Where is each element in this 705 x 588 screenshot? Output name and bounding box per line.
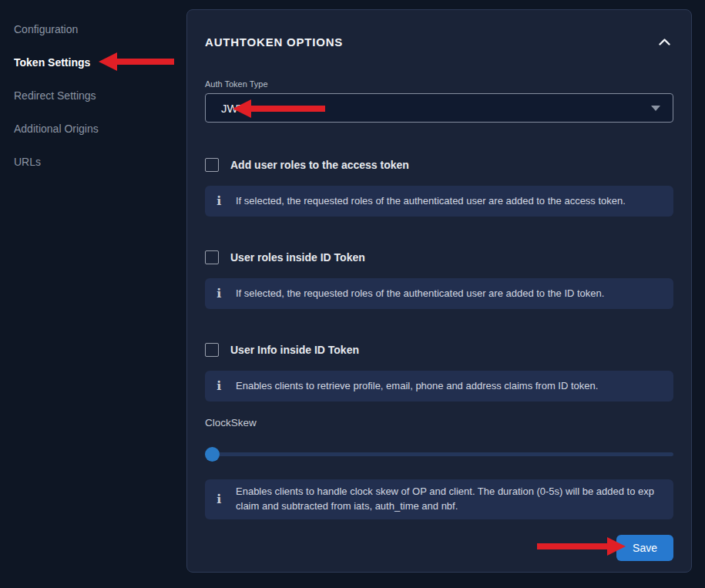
user-info-id-token-checkbox[interactable] (205, 343, 219, 357)
clockskew-slider[interactable] (205, 447, 673, 461)
clockskew-section: ClockSkew ℹ Enables clients to handle cl… (205, 417, 673, 519)
authtoken-options-panel: AUTHTOKEN OPTIONS Auth Token Type JWT Ad… (186, 9, 692, 573)
info-box: ℹ Enables clients to handle clock skew o… (205, 479, 673, 519)
sidebar-item-configuration[interactable]: Configuration (14, 23, 173, 35)
clockskew-label: ClockSkew (205, 417, 673, 428)
auth-token-type-select[interactable]: JWT (205, 93, 673, 123)
info-box: ℹ Enables clients to retrieve profile, e… (205, 371, 673, 402)
info-text: If selected, the requested roles of the … (236, 194, 626, 209)
auth-token-type-value: JWT (221, 102, 245, 115)
checkbox-label: User Info inside ID Token (230, 344, 359, 356)
chevron-up-icon (659, 36, 670, 48)
caret-down-icon (651, 106, 660, 111)
panel-header: AUTHTOKEN OPTIONS (205, 35, 673, 49)
info-box: ℹ If selected, the requested roles of th… (205, 186, 673, 217)
sidebar-item-urls[interactable]: URLs (14, 156, 173, 168)
checkbox-row: User Info inside ID Token (205, 343, 673, 357)
info-icon: ℹ (213, 380, 225, 392)
info-box: ℹ If selected, the requested roles of th… (205, 278, 673, 309)
checkbox-label: Add user roles to the access token (230, 159, 409, 171)
info-icon: ℹ (213, 195, 225, 207)
sidebar-item-token-settings[interactable]: Token Settings (14, 56, 173, 69)
option-group-access-token-roles: Add user roles to the access token ℹ If … (205, 158, 673, 217)
slider-track[interactable] (205, 452, 673, 456)
info-text: Enables clients to handle clock skew of … (236, 485, 663, 514)
info-text: If selected, the requested roles of the … (236, 287, 604, 301)
auth-token-type-label: Auth Token Type (205, 79, 673, 89)
option-group-id-token-roles: User roles inside ID Token ℹ If selected… (205, 250, 673, 309)
app-window: Configuration Token Settings Redirect Se… (0, 0, 705, 588)
option-group-user-info: User Info inside ID Token ℹ Enables clie… (205, 343, 673, 402)
slider-thumb[interactable] (205, 447, 220, 462)
sidebar-item-additional-origins[interactable]: Additional Origins (14, 123, 173, 135)
collapse-section-button[interactable] (656, 35, 673, 49)
save-button[interactable]: Save (616, 535, 673, 561)
checkbox-row: Add user roles to the access token (205, 158, 673, 172)
user-roles-id-token-checkbox[interactable] (205, 250, 219, 264)
info-text: Enables clients to retrieve profile, ema… (236, 379, 598, 394)
settings-sidebar: Configuration Token Settings Redirect Se… (0, 0, 186, 588)
sidebar-item-redirect-settings[interactable]: Redirect Settings (14, 89, 173, 102)
add-user-roles-checkbox[interactable] (205, 158, 219, 172)
info-icon: ℹ (213, 493, 225, 506)
checkbox-row: User roles inside ID Token (205, 250, 673, 264)
save-row: Save (205, 535, 673, 561)
info-icon: ℹ (213, 287, 225, 300)
checkbox-label: User roles inside ID Token (230, 251, 365, 264)
panel-title: AUTHTOKEN OPTIONS (205, 35, 343, 49)
